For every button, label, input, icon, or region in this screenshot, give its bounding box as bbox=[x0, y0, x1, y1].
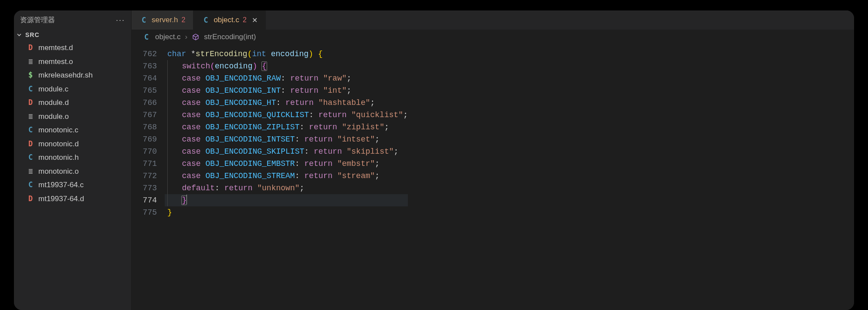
file-item[interactable]: ≣module.o bbox=[14, 110, 131, 124]
text-cursor bbox=[186, 195, 187, 204]
code-line[interactable]: case OBJ_ENCODING_QUICKLIST: return "qui… bbox=[165, 109, 408, 121]
c-file-icon: C bbox=[26, 125, 35, 136]
c-file-icon: C bbox=[26, 179, 35, 191]
file-list: Dmemtest.d≣memtest.o$mkreleasehdr.shCmod… bbox=[14, 40, 131, 206]
close-icon[interactable]: ✕ bbox=[252, 16, 258, 24]
breadcrumb[interactable]: C object.c › strEncoding(int) bbox=[132, 30, 680, 44]
breadcrumb-symbol[interactable]: strEncoding(int) bbox=[204, 33, 256, 41]
d-file-icon: D bbox=[26, 97, 35, 108]
file-item[interactable]: $mkreleasehdr.sh bbox=[14, 68, 131, 82]
object-file-icon: ≣ bbox=[26, 111, 35, 122]
file-item[interactable]: Dmodule.d bbox=[14, 96, 131, 110]
ide-window: 资源管理器 ··· SRC Dmemtest.d≣memtest.o$mkrel… bbox=[14, 10, 680, 242]
shell-file-icon: $ bbox=[26, 70, 35, 81]
file-name: memtest.d bbox=[38, 42, 73, 54]
file-name: mt19937-64.c bbox=[38, 179, 84, 191]
file-name: monotonic.d bbox=[38, 138, 79, 150]
line-number[interactable]: 762 bbox=[132, 48, 165, 60]
code-line[interactable]: case OBJ_ENCODING_SKIPLIST: return "skip… bbox=[165, 145, 408, 158]
line-number[interactable]: 774 bbox=[132, 194, 165, 206]
code-line[interactable]: char *strEncoding(int encoding) { bbox=[165, 48, 408, 60]
file-item[interactable]: Dmemtest.d bbox=[14, 41, 131, 55]
breadcrumb-file[interactable]: object.c bbox=[155, 33, 181, 41]
symbol-method-icon bbox=[192, 33, 200, 41]
c-file-icon: C bbox=[142, 33, 151, 41]
line-number[interactable]: 770 bbox=[132, 145, 165, 158]
code-line[interactable]: case OBJ_ENCODING_RAW: return "raw"; bbox=[165, 72, 408, 84]
code-line[interactable]: default: return "unknown"; bbox=[165, 182, 408, 194]
editor-tab[interactable]: Cobject.c2✕ bbox=[193, 10, 266, 30]
file-item[interactable]: Cmodule.c bbox=[14, 82, 131, 96]
file-item[interactable]: ≣memtest.o bbox=[14, 55, 131, 69]
editor-area: Cserver.h2Cobject.c2✕ C object.c › strEn… bbox=[132, 10, 680, 242]
code-line[interactable]: switch(encoding) { bbox=[165, 60, 408, 72]
line-number[interactable]: 766 bbox=[132, 97, 165, 109]
line-number[interactable]: 769 bbox=[132, 133, 165, 145]
file-name: memtest.o bbox=[38, 56, 73, 67]
code-line[interactable]: case OBJ_ENCODING_INTSET: return "intset… bbox=[165, 133, 408, 145]
line-number[interactable]: 773 bbox=[132, 182, 165, 194]
code-line[interactable]: } bbox=[165, 206, 408, 219]
file-item[interactable]: Dmonotonic.d bbox=[14, 137, 131, 151]
tab-label: server.h bbox=[152, 16, 178, 24]
tab-bar: Cserver.h2Cobject.c2✕ bbox=[132, 10, 680, 30]
code-line[interactable]: } bbox=[165, 194, 408, 206]
line-number[interactable]: 765 bbox=[132, 84, 165, 97]
file-name: monotonic.c bbox=[38, 125, 78, 136]
file-item[interactable]: Cmonotonic.c bbox=[14, 123, 131, 137]
file-name: mkreleasehdr.sh bbox=[38, 70, 93, 81]
sidebar-more-icon[interactable]: ··· bbox=[116, 16, 125, 25]
c-file-icon: C bbox=[26, 84, 35, 95]
line-number[interactable]: 775 bbox=[132, 206, 165, 219]
tab-problem-badge: 2 bbox=[243, 16, 247, 24]
tab-label: object.c bbox=[214, 16, 239, 24]
line-number[interactable]: 767 bbox=[132, 109, 165, 121]
sidebar-header: 资源管理器 ··· bbox=[14, 10, 131, 30]
code-line[interactable]: case OBJ_ENCODING_INT: return "int"; bbox=[165, 84, 408, 97]
sidebar-explorer: 资源管理器 ··· SRC Dmemtest.d≣memtest.o$mkrel… bbox=[14, 10, 132, 242]
file-item[interactable]: Cmonotonic.h bbox=[14, 151, 131, 165]
tab-problem-badge: 2 bbox=[181, 16, 185, 24]
code-line[interactable]: case OBJ_ENCODING_EMBSTR: return "embstr… bbox=[165, 158, 408, 170]
line-number[interactable]: 764 bbox=[132, 72, 165, 84]
file-name: module.d bbox=[38, 97, 69, 108]
line-number[interactable]: 772 bbox=[132, 170, 165, 182]
file-name: monotonic.h bbox=[38, 152, 79, 163]
c-file-icon: C bbox=[26, 152, 35, 163]
file-item[interactable]: Dmt19937-64.d bbox=[14, 192, 131, 206]
c-file-icon: C bbox=[139, 16, 148, 24]
code-editor[interactable]: 762char *strEncoding(int encoding) {763 … bbox=[132, 44, 680, 242]
c-file-icon: C bbox=[201, 16, 210, 24]
d-file-icon: D bbox=[26, 138, 35, 150]
d-file-icon: D bbox=[26, 193, 35, 205]
code-line[interactable]: case OBJ_ENCODING_STREAM: return "stream… bbox=[165, 170, 408, 182]
file-name: module.o bbox=[38, 111, 69, 122]
sidebar-section-label: SRC bbox=[25, 31, 40, 38]
line-number[interactable]: 768 bbox=[132, 121, 165, 133]
d-file-icon: D bbox=[26, 42, 35, 54]
object-file-icon: ≣ bbox=[26, 56, 35, 67]
object-file-icon: ≣ bbox=[26, 166, 35, 177]
file-name: monotonic.o bbox=[38, 166, 79, 177]
file-name: mt19937-64.d bbox=[38, 193, 84, 205]
line-number[interactable]: 763 bbox=[132, 60, 165, 72]
code-line[interactable]: case OBJ_ENCODING_ZIPLIST: return "zipli… bbox=[165, 121, 408, 133]
chevron-down-icon bbox=[16, 31, 23, 38]
line-number[interactable]: 771 bbox=[132, 158, 165, 170]
sidebar-title: 资源管理器 bbox=[20, 16, 55, 25]
file-name: module.c bbox=[38, 84, 68, 95]
file-item[interactable]: Cmt19937-64.c bbox=[14, 178, 131, 192]
sidebar-section-src[interactable]: SRC bbox=[14, 30, 131, 40]
code-line[interactable]: case OBJ_ENCODING_HT: return "hashtable"… bbox=[165, 97, 408, 109]
editor-tab[interactable]: Cserver.h2 bbox=[132, 10, 193, 30]
chevron-right-icon: › bbox=[185, 33, 188, 41]
file-item[interactable]: ≣monotonic.o bbox=[14, 165, 131, 179]
